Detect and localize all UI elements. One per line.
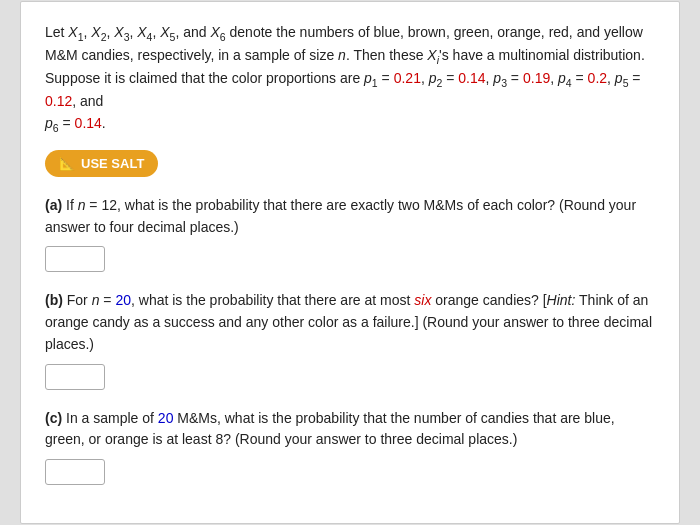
part-b: (b) For n = 20, what is the probability … [45,290,655,389]
part-b-input[interactable] [45,364,105,390]
salt-button-label: USE SALT [81,156,144,171]
p4-value: 0.2 [588,70,607,86]
part-c-input[interactable] [45,459,105,485]
p1-value: 0.21 [394,70,421,86]
part-b-text: (b) For n = 20, what is the probability … [45,290,655,355]
p5-value: 0.12 [45,93,72,109]
part-a-input[interactable] [45,246,105,272]
p3-value: 0.19 [523,70,550,86]
part-a: (a) If n = 12, what is the probability t… [45,195,655,272]
part-c-text: (c) In a sample of 20 M&Ms, what is the … [45,408,655,451]
use-salt-button[interactable]: 📐 USE SALT [45,150,158,177]
part-a-text: (a) If n = 12, what is the probability t… [45,195,655,238]
p6-value: 0.14 [75,115,102,131]
problem-card: Let X1, X2, X3, X4, X5, and X6 denote th… [20,1,680,524]
salt-icon: 📐 [59,156,75,171]
p2-value: 0.14 [458,70,485,86]
part-c: (c) In a sample of 20 M&Ms, what is the … [45,408,655,485]
intro-text: Let X1, X2, X3, X4, X5, and X6 denote th… [45,22,655,136]
